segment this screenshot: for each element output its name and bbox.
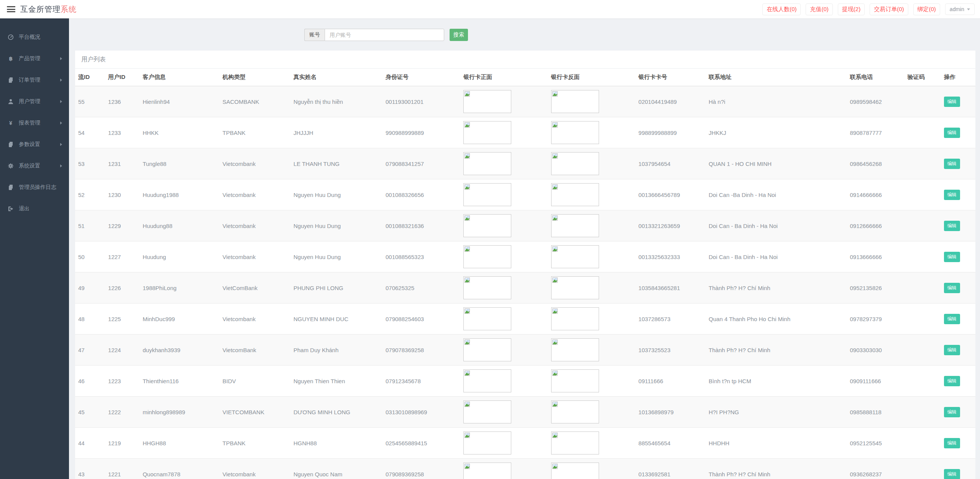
topbar-links: 在线人数(0)充值(0)提现(2)交易订单(0)绑定(0): [762, 3, 940, 15]
cell-customer-info: 1988PhiLong: [140, 272, 219, 303]
edit-button[interactable]: 编辑: [944, 283, 960, 293]
edit-button[interactable]: 编辑: [944, 190, 960, 200]
cell-card-back: [548, 397, 635, 428]
broken-image-icon: [552, 215, 558, 221]
cell-real-name: DƯƠNG MINH LONG: [291, 397, 382, 428]
bank-card-back-image: [551, 431, 599, 454]
chevron-right-icon: [60, 121, 62, 125]
cell-actions: 编辑: [941, 335, 975, 366]
svg-text:¥: ¥: [9, 120, 12, 126]
bank-card-front-image: [463, 431, 511, 454]
cell-id-number: 001088565323: [382, 241, 460, 272]
cell-user-id: 1224: [105, 335, 140, 366]
edit-button[interactable]: 编辑: [944, 469, 960, 479]
cell-actions: 编辑: [941, 241, 975, 272]
edit-button[interactable]: 编辑: [944, 97, 960, 107]
topbar-link-withdraw[interactable]: 提现(2): [838, 3, 865, 15]
cell-card-back: [548, 210, 635, 241]
cell-card-front: [460, 117, 548, 148]
broken-image-icon: [552, 91, 558, 97]
sidebar-item-report-management[interactable]: ¥报表管理: [0, 112, 69, 134]
edit-button[interactable]: 编辑: [944, 438, 960, 448]
cell-card-number: 09111666: [635, 366, 706, 397]
search-button[interactable]: 搜索: [450, 29, 468, 41]
cell-bank-type: Vietcombank: [219, 241, 290, 272]
sidebar-item-order-management[interactable]: 订单管理: [0, 69, 69, 91]
cell-card-back: [548, 272, 635, 303]
broken-image-icon: [465, 215, 470, 221]
cell-card-number: 0013325632333: [635, 241, 706, 272]
broken-image-icon: [465, 464, 470, 469]
broken-image-icon: [465, 246, 470, 252]
user-table: 流ID用户ID客户信息机构类型真实姓名身份证号银行卡正面银行卡反面银行卡卡号联系…: [75, 69, 975, 479]
edit-button[interactable]: 编辑: [944, 252, 960, 262]
cell-id-number: 0313010898969: [382, 397, 460, 428]
svg-text:฿: ฿: [9, 56, 13, 62]
app-title-main: 互金所管理: [20, 5, 61, 13]
sidebar: 平台概况฿产品管理订单管理用户管理¥报表管理参数设置系统设置管理员操作日志退出: [0, 18, 69, 479]
broken-image-icon: [552, 433, 558, 438]
cell-verify-code: [904, 428, 941, 459]
cell-bank-type: Vietcombank: [219, 459, 290, 479]
topbar-link-trade-orders[interactable]: 交易订单(0): [870, 3, 908, 15]
edit-button[interactable]: 编辑: [944, 128, 960, 138]
hamburger-menu-icon[interactable]: [7, 6, 15, 12]
bank-card-front-image: [463, 307, 511, 330]
column-header: 银行卡反面: [548, 69, 635, 86]
cell-actions: 编辑: [941, 117, 975, 148]
bank-card-back-image: [551, 369, 599, 392]
cell-card-number: 1037286573: [635, 303, 706, 335]
cell-customer-info: Hienlinh94: [140, 86, 219, 117]
sidebar-item-logout[interactable]: 退出: [0, 198, 69, 220]
cell-real-name: HGNH88: [291, 428, 382, 459]
sidebar-item-label: 订单管理: [19, 77, 40, 84]
edit-button[interactable]: 编辑: [944, 314, 960, 324]
user-icon: [8, 98, 14, 105]
cell-phone: 0952125545: [847, 428, 904, 459]
bank-card-front-image: [463, 400, 511, 423]
broken-image-icon: [552, 277, 558, 283]
broken-image-icon: [465, 277, 470, 283]
sidebar-item-product-management[interactable]: ฿产品管理: [0, 48, 69, 69]
sidebar-item-label: 退出: [19, 205, 30, 212]
edit-button[interactable]: 编辑: [944, 221, 960, 231]
bank-card-back-image: [551, 400, 599, 423]
cell-verify-code: [904, 366, 941, 397]
edit-button[interactable]: 编辑: [944, 407, 960, 417]
edit-button[interactable]: 编辑: [944, 159, 960, 169]
admin-menu[interactable]: admin: [945, 3, 975, 15]
cell-phone: 8908787777: [847, 117, 904, 148]
broken-image-icon: [465, 340, 470, 345]
cell-user-id: 1223: [105, 366, 140, 397]
bank-card-back-image: [551, 463, 599, 479]
cell-address: H?I PH?NG: [706, 397, 847, 428]
broken-image-icon: [465, 122, 470, 128]
cell-customer-info: Tungle88: [140, 148, 219, 179]
cell-address: Thành Ph? H? Chí Minh: [706, 272, 847, 303]
cell-card-front: [460, 366, 548, 397]
cell-bank-type: TPBANK: [219, 428, 290, 459]
topbar-link-recharge[interactable]: 充值(0): [806, 3, 832, 15]
topbar-link-binding[interactable]: 绑定(0): [913, 3, 940, 15]
broken-image-icon: [465, 433, 470, 438]
sidebar-item-system-settings[interactable]: 系统设置: [0, 155, 69, 177]
column-header: 联系电话: [847, 69, 904, 86]
edit-button[interactable]: 编辑: [944, 345, 960, 355]
broken-image-icon: [552, 340, 558, 345]
cell-real-name: Nguyen Quoc Nam: [291, 459, 382, 479]
edit-button[interactable]: 编辑: [944, 376, 960, 386]
cell-flow-id: 47: [75, 335, 105, 366]
broken-image-icon: [552, 184, 558, 190]
sidebar-item-platform-overview[interactable]: 平台概况: [0, 26, 69, 48]
cell-address: Hà n?i: [706, 86, 847, 117]
topbar-link-online-users[interactable]: 在线人数(0): [762, 3, 801, 15]
sidebar-item-user-management[interactable]: 用户管理: [0, 91, 69, 112]
cell-card-back: [548, 179, 635, 210]
sidebar-item-parameter-settings[interactable]: 参数设置: [0, 134, 69, 155]
sidebar-item-label: 用户管理: [19, 98, 40, 105]
cell-card-number: 0013666456789: [635, 179, 706, 210]
app-title: 互金所管理系统: [20, 4, 77, 15]
sidebar-item-admin-operation-log[interactable]: 管理员操作日志: [0, 177, 69, 198]
cell-actions: 编辑: [941, 272, 975, 303]
search-input[interactable]: [325, 29, 444, 41]
